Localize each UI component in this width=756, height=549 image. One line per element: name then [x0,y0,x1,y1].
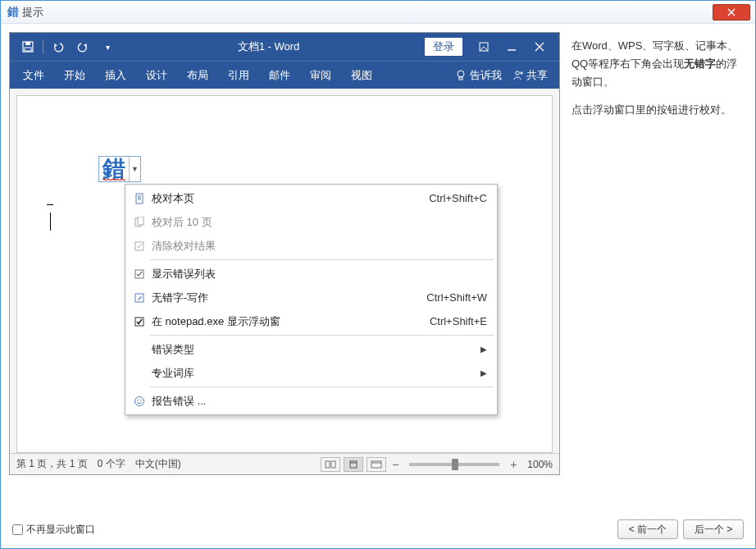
zoom-slider[interactable] [409,463,499,466]
status-page[interactable]: 第 1 页，共 1 页 [16,457,88,471]
menu-label: 校对后 10 页 [148,215,487,230]
ribbon-options-icon [478,41,490,53]
undo-button[interactable] [47,35,70,58]
document-canvas: 錯 ▼ 校对本页 Ctrl+Shift+C [10,89,559,453]
menu-label: 无错字-写作 [148,291,426,305]
redo-button[interactable] [71,35,94,58]
tab-file[interactable]: 文件 [13,62,54,89]
redo-icon [76,40,89,53]
minimize-icon [507,42,517,52]
help-text: 在Word、WPS、写字板、记事本、QQ等程序右下角会出现无错字的浮动窗口。 点… [568,32,747,510]
next-button[interactable]: 后一个 > [683,519,744,539]
menu-label: 显示错误列表 [148,267,487,281]
tab-layout[interactable]: 布局 [177,62,218,89]
menu-show-float-notepad[interactable]: 在 notepad.exe 显示浮动窗 Ctrl+Shift+E [127,309,495,333]
minimize-button[interactable] [499,35,525,58]
read-icon [325,460,336,469]
menu-label: 校对本页 [148,191,429,206]
menu-write-mode[interactable]: 无错字-写作 Ctrl+Shift+W [127,286,495,309]
word-status-bar: 第 1 页，共 1 页 0 个字 中文(中国) − + 100% [10,453,559,474]
lightbulb-icon [455,70,467,81]
login-button[interactable]: 登录 [425,38,462,56]
menu-separator [150,387,494,387]
page-icon [130,193,148,204]
svg-point-21 [137,399,139,400]
context-menu: 校对本页 Ctrl+Shift+C 校对后 10 页 清除校对结果 显示 [125,184,498,415]
svg-point-5 [458,71,464,77]
share-button[interactable]: 共享 [512,68,548,83]
svg-rect-1 [25,42,30,45]
view-read[interactable] [321,457,340,472]
svg-rect-27 [371,461,381,468]
zoom-in-button[interactable]: + [508,458,519,471]
cuo-character: 錯 [99,157,129,181]
menu-label: 错误类型 [148,342,480,357]
help-paragraph-2: 点击浮动窗口里的按钮进行校对。 [572,101,740,119]
menu-pro-dictionary[interactable]: 专业词库 ▶ [127,361,495,385]
pages-icon [130,217,148,228]
titlebar: 錯 提示 [1,1,755,24]
menu-label: 专业词库 [148,366,480,381]
menu-shortcut: Ctrl+Shift+E [430,315,487,327]
text-cursor [50,213,51,231]
menu-separator [150,259,494,260]
view-controls: − + 100% [321,457,553,472]
checked-icon [130,316,148,327]
save-button[interactable] [16,35,39,58]
tab-design[interactable]: 设计 [136,62,177,89]
menu-label: 在 notepad.exe 显示浮动窗 [148,314,430,329]
ribbon-options-button[interactable] [471,35,497,58]
dont-show-checkbox[interactable]: 不再显示此窗口 [12,523,95,537]
document-title: 文档1 - Word [121,39,417,54]
menu-shortcut: Ctrl+Shift+W [426,291,487,304]
view-web[interactable] [367,457,386,472]
svg-point-7 [516,71,519,74]
dont-show-input[interactable] [12,524,23,535]
status-language[interactable]: 中文(中国) [135,457,181,471]
zoom-value[interactable]: 100% [527,459,553,470]
tell-me[interactable]: 告诉我 [455,68,502,83]
zoom-thumb[interactable] [452,459,458,470]
dialog-footer: 不再显示此窗口 < 前一个 后一个 > [1,510,755,548]
float-dropdown-button[interactable]: ▼ [129,157,140,181]
tab-home[interactable]: 开始 [54,62,95,89]
tab-review[interactable]: 审阅 [300,62,341,89]
chevron-right-icon: ▶ [480,345,487,354]
menu-proofread-page[interactable]: 校对本页 Ctrl+Shift+C [127,186,495,210]
svg-rect-15 [138,217,143,225]
menu-label: 清除校对结果 [148,239,487,254]
undo-icon [52,40,65,53]
proofread-float-widget[interactable]: 錯 ▼ [98,156,141,182]
menu-separator [150,335,494,336]
menu-error-types[interactable]: 错误类型 ▶ [127,337,495,361]
tab-references[interactable]: 引用 [218,62,259,89]
help-paragraph-1: 在Word、WPS、写字板、记事本、QQ等程序右下角会出现无错字的浮动窗口。 [572,37,740,91]
zoom-out-button[interactable]: − [389,458,401,471]
menu-report-error[interactable]: 报告错误 ... [127,389,495,413]
view-print[interactable] [344,457,363,472]
svg-point-22 [140,399,142,400]
spelling-underline [102,178,125,181]
close-icon [535,42,544,52]
ribbon-tabs: 文件 开始 插入 设计 布局 引用 邮件 审阅 视图 告诉我 共享 [10,61,559,89]
menu-show-error-list[interactable]: 显示错误列表 [127,262,495,286]
web-layout-icon [371,460,382,469]
tab-insert[interactable]: 插入 [95,62,136,89]
close-button[interactable] [713,4,750,21]
close-icon [727,8,736,16]
checkbox-icon [130,268,148,280]
tab-view[interactable]: 视图 [341,62,382,89]
prev-button[interactable]: < 前一个 [617,519,678,539]
word-close-button[interactable] [526,35,553,58]
print-layout-icon [348,460,359,469]
qat-customize[interactable]: ▾ [96,35,119,58]
tab-mailings[interactable]: 邮件 [259,62,300,89]
dont-show-label: 不再显示此窗口 [26,523,95,537]
svg-rect-24 [331,461,335,468]
dialog-window: 錯 提示 ▾ 文档1 - Word 登录 [0,0,756,549]
app-icon: 錯 [7,5,19,20]
svg-point-20 [135,396,144,405]
smile-icon [130,396,148,407]
status-words[interactable]: 0 个字 [98,457,125,471]
svg-rect-6 [459,77,462,80]
